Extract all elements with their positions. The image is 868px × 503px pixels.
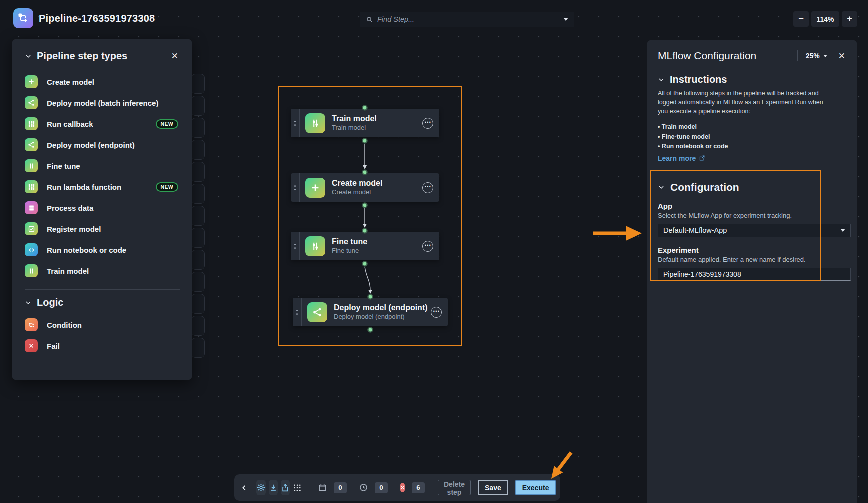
- palette-divider: [25, 290, 180, 290]
- palette-item-train-model[interactable]: Train model: [25, 260, 180, 282]
- pipeline-app-icon: [13, 8, 33, 28]
- find-step-searchbox[interactable]: [360, 12, 574, 28]
- learn-more-link[interactable]: Learn more: [658, 154, 705, 162]
- drag-handle-icon[interactable]: [291, 109, 300, 138]
- zoom-out-button[interactable]: −: [793, 12, 809, 27]
- delete-step-button[interactable]: Delete step: [438, 480, 471, 496]
- bullet-item: Train model: [658, 122, 845, 132]
- palette-item-create-model[interactable]: Create model: [25, 72, 180, 92]
- node-options-button[interactable]: ⋯: [422, 182, 433, 194]
- palette-item-fail[interactable]: Fail: [25, 336, 180, 356]
- chevron-down-icon: [823, 55, 827, 58]
- node-train-model[interactable]: Train model Train model ⋯: [291, 109, 439, 138]
- palette-close-button[interactable]: ✕: [169, 50, 180, 62]
- chevron-down-icon[interactable]: [658, 184, 665, 191]
- hidden-step-placeholder: [191, 96, 205, 116]
- learn-more-label: Learn more: [658, 154, 696, 162]
- zoom-in-button[interactable]: +: [842, 12, 857, 27]
- sliders-icon: [305, 236, 325, 256]
- canvas-toolbar: 0 0 6 Delete step Save Execute: [234, 474, 560, 501]
- pipeline-glyph-icon: [18, 13, 29, 24]
- canvas-zoom-control: − 114% +: [793, 12, 857, 27]
- experiment-name-input[interactable]: [658, 268, 851, 281]
- timeout-indicator[interactable]: [359, 483, 368, 492]
- export-button[interactable]: [281, 480, 290, 496]
- palette-item-fine-tune[interactable]: Fine tune: [25, 156, 180, 176]
- share-icon: [25, 96, 38, 110]
- node-create-model[interactable]: Create model Create model ⋯: [291, 174, 439, 202]
- palette-item-register-model[interactable]: Register model: [25, 218, 180, 240]
- check-square-icon: [25, 222, 38, 236]
- hidden-step-placeholder: [191, 206, 205, 226]
- node-title: Create model: [332, 178, 382, 188]
- configuration-title: Configuration: [670, 182, 739, 194]
- import-button[interactable]: [269, 480, 278, 496]
- layout-grid-button[interactable]: [293, 480, 302, 496]
- hidden-step-placeholder: [191, 140, 205, 160]
- chevron-down-icon[interactable]: [25, 53, 32, 60]
- hidden-step-placeholder: [191, 294, 205, 314]
- palette-item-label: Register model: [47, 225, 101, 234]
- execute-button[interactable]: Execute: [515, 480, 556, 496]
- app-select[interactable]: Default-MLflow-App: [658, 224, 851, 238]
- node-title: Fine tune: [332, 237, 367, 247]
- node-subtitle: Fine tune: [332, 247, 367, 255]
- node-options-button[interactable]: ⋯: [431, 307, 442, 318]
- grid-icon: [25, 118, 38, 130]
- palette-item-label: Fine tune: [47, 162, 80, 170]
- search-input[interactable]: [377, 16, 563, 24]
- panel-zoom-value: 25%: [806, 52, 820, 60]
- panel-zoom-dropdown[interactable]: 25%: [806, 52, 827, 60]
- palette-title: Pipeline step types: [37, 50, 127, 62]
- grid-icon: [25, 180, 38, 194]
- schedule-indicator[interactable]: [318, 483, 327, 492]
- palette-item-deploy-model-batch[interactable]: Deploy model (batch inference): [25, 92, 180, 114]
- layers-icon: [25, 202, 38, 214]
- hidden-step-placeholder: [191, 338, 205, 358]
- hidden-step-placeholder: [191, 118, 205, 138]
- experiment-field-label: Experiment: [658, 246, 845, 254]
- hidden-step-placeholder: [191, 250, 205, 270]
- instructions-bullet-list: Train model Fine-tune model Run notebook…: [658, 122, 845, 152]
- timeout-count-badge: 0: [375, 482, 388, 494]
- node-deploy-model-endpoint[interactable]: Deploy model (endpoint) Deploy model (en…: [293, 298, 448, 326]
- chevron-down-icon[interactable]: [658, 76, 665, 84]
- sliders-icon: [25, 264, 38, 278]
- panel-close-button[interactable]: ✕: [838, 51, 845, 62]
- external-link-icon: [699, 155, 705, 162]
- collapse-toolbar-button[interactable]: [240, 484, 248, 492]
- palette-item-run-callback[interactable]: Run callback NEW: [25, 114, 180, 134]
- node-subtitle: Train model: [332, 124, 377, 132]
- node-options-button[interactable]: ⋯: [422, 241, 433, 252]
- palette-item-run-lambda-function[interactable]: Run lambda function NEW: [25, 176, 180, 198]
- error-icon[interactable]: [400, 483, 405, 492]
- drag-handle-icon[interactable]: [291, 232, 300, 260]
- upload-icon: [281, 484, 290, 492]
- share-icon: [307, 302, 327, 322]
- palette-item-label: Deploy model (endpoint): [47, 141, 135, 150]
- x-icon: [25, 340, 38, 352]
- logic-section-title: Logic: [37, 297, 63, 308]
- branch-icon: [25, 318, 38, 332]
- save-button[interactable]: Save: [478, 480, 508, 496]
- grid-dots-icon: [293, 484, 302, 492]
- palette-item-deploy-model-endpoint[interactable]: Deploy model (endpoint): [25, 134, 180, 156]
- search-icon: [366, 16, 373, 24]
- app-field-label: App: [658, 202, 845, 210]
- palette-item-run-notebook-or-code[interactable]: Run notebook or code: [25, 240, 180, 260]
- zoom-level-value: 114%: [811, 12, 839, 27]
- palette-item-process-data[interactable]: Process data: [25, 198, 180, 218]
- search-dropdown-caret-icon[interactable]: [563, 18, 568, 21]
- node-options-button[interactable]: ⋯: [422, 118, 433, 129]
- palette-item-condition[interactable]: Condition: [25, 314, 180, 336]
- drag-handle-icon[interactable]: [293, 298, 302, 326]
- settings-button[interactable]: [256, 480, 266, 496]
- node-fine-tune[interactable]: Fine tune Fine tune ⋯: [291, 232, 439, 260]
- node-subtitle: Deploy model (endpoint): [334, 313, 428, 321]
- chevron-down-icon[interactable]: [25, 300, 32, 306]
- drag-handle-icon[interactable]: [291, 174, 300, 202]
- annotation-arrow-configuration: [593, 226, 642, 241]
- sliders-icon: [25, 160, 38, 172]
- share-icon: [25, 138, 38, 152]
- palette-item-label: Run callback: [47, 120, 93, 128]
